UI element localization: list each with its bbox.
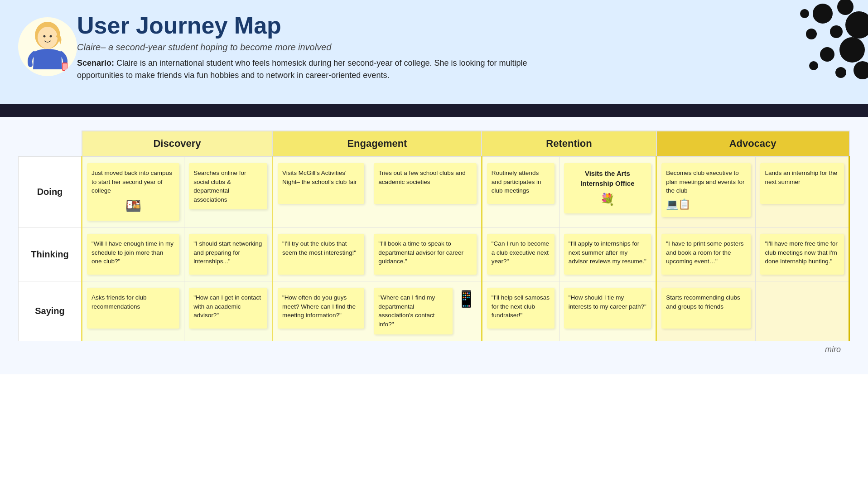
sticky-note: "How should I tie my interests to my car… <box>564 288 651 329</box>
scenario-label: Scenario: <box>77 58 114 68</box>
doing-engagement-2: Tries out a few school clubs and academi… <box>369 156 482 227</box>
journey-table: Discovery Engagement Retention Advocacy … <box>18 131 850 341</box>
doing-retention-2: Visits the Arts Internship Office 💐 <box>559 156 656 227</box>
thinking-engagement-2: "I'll book a time to speak to department… <box>369 227 482 281</box>
laptop-icon: 💻📋 <box>666 197 746 212</box>
dark-bar <box>0 104 868 117</box>
thinking-label: Thinking <box>19 227 82 281</box>
svg-point-3 <box>830 25 843 38</box>
thinking-engagement-1: "I'll try out the clubs that seem the mo… <box>273 227 369 281</box>
saying-retention-1: "I'll help sell samosas for the next clu… <box>482 281 559 341</box>
saying-discovery-2: "How can I get in contact with an academ… <box>184 281 273 341</box>
header-scenario: Scenario: Claire is an international stu… <box>77 57 575 82</box>
svg-point-8 <box>835 67 846 78</box>
saying-advocacy-1: Starts recommending clubs and groups to … <box>656 281 756 341</box>
sticky-note: "I have to print some posters and book a… <box>661 234 751 275</box>
sticky-note: "I'll have more free time for club meeti… <box>760 234 844 275</box>
sticky-note: Routinely attends and participates in cl… <box>487 163 555 204</box>
scenario-text: Claire is an international student who f… <box>77 58 527 80</box>
doing-label: Doing <box>19 156 82 227</box>
thinking-retention-2: "I'll apply to internships for next summ… <box>559 227 656 281</box>
sticky-note: Tries out a few school clubs and academi… <box>374 163 476 204</box>
doing-retention-1: Routinely attends and participates in cl… <box>482 156 559 227</box>
header-text: User Journey Map Claire– a second-year s… <box>77 13 850 82</box>
svg-point-14 <box>50 35 52 38</box>
sticky-note: Searches online for social clubs & depar… <box>189 163 267 209</box>
page-title: User Journey Map <box>77 13 850 39</box>
flower-icon: 💐 <box>569 191 647 208</box>
svg-point-12 <box>38 27 58 48</box>
doing-row: Doing Just moved back into campus to sta… <box>19 156 849 227</box>
doing-advocacy-2: Lands an internship for the next summer <box>756 156 849 227</box>
saying-retention-2: "How should I tie my interests to my car… <box>559 281 656 341</box>
svg-point-4 <box>806 29 817 39</box>
sticky-note: "I'll try out the clubs that seem the mo… <box>278 234 364 275</box>
miro-watermark: miro <box>18 341 850 356</box>
thinking-advocacy-1: "I have to print some posters and book a… <box>656 227 756 281</box>
svg-point-1 <box>837 0 854 15</box>
phase-engagement-header: Engagement <box>273 131 482 156</box>
phone-map-icon: 📱 <box>456 288 477 309</box>
svg-point-0 <box>813 4 833 24</box>
sticky-note: Visits the Arts Internship Office 💐 <box>564 163 651 213</box>
svg-point-5 <box>839 37 865 63</box>
header-subtitle: Claire– a second-year student hoping to … <box>77 42 850 53</box>
sticky-note: "How can I get in contact with an academ… <box>189 288 267 329</box>
phase-discovery-header: Discovery <box>82 131 273 156</box>
sticky-note: "Will I have enough time in my schedule … <box>87 234 179 275</box>
main-content: Discovery Engagement Retention Advocacy … <box>0 117 868 374</box>
sticky-note: Lands an internship for the next summer <box>760 163 844 204</box>
phase-header-empty <box>19 131 82 156</box>
phase-header-row: Discovery Engagement Retention Advocacy <box>19 131 849 156</box>
phase-retention-header: Retention <box>482 131 656 156</box>
sticky-note: Becomes club executive to plan meetings … <box>661 163 751 217</box>
sticky-note: "I'll book a time to speak to department… <box>374 234 476 275</box>
food-icon: 🍱 <box>92 197 175 216</box>
thinking-discovery-1: "Will I have enough time in my schedule … <box>82 227 184 281</box>
saying-label: Saying <box>19 281 82 341</box>
sticky-note: Visits McGill's Activities' Night– the s… <box>278 163 364 204</box>
thinking-row: Thinking "Will I have enough time in my … <box>19 227 849 281</box>
doing-discovery-1: Just moved back into campus to start her… <box>82 156 184 227</box>
doing-discovery-2: Searches online for social clubs & depar… <box>184 156 273 227</box>
sticky-note: "How often do you guys meet? Where can I… <box>278 288 364 329</box>
sticky-note: "I should start networking and preparing… <box>189 234 267 275</box>
sticky-note: Starts recommending clubs and groups to … <box>661 288 751 329</box>
phase-advocacy-header: Advocacy <box>656 131 849 156</box>
header: User Journey Map Claire– a second-year s… <box>0 0 868 104</box>
saying-engagement-2: "Where can I find my departmental associ… <box>369 281 482 341</box>
sticky-note: Just moved back into campus to start her… <box>87 163 179 221</box>
sticky-note: "Can I run to become a club executive ne… <box>487 234 555 275</box>
sticky-note: "I'll apply to internships for next summ… <box>564 234 651 275</box>
svg-point-10 <box>800 9 809 18</box>
svg-point-7 <box>854 61 868 79</box>
saying-engagement-1: "How often do you guys meet? Where can I… <box>273 281 369 341</box>
saying-discovery-1: Asks friends for club recommendations <box>82 281 184 341</box>
sticky-note: "Where can I find my departmental associ… <box>374 288 452 334</box>
saying-row: Saying Asks friends for club recommendat… <box>19 281 849 341</box>
sticky-note: Asks friends for club recommendations <box>87 288 179 329</box>
doing-engagement-1: Visits McGill's Activities' Night– the s… <box>273 156 369 227</box>
svg-point-9 <box>809 61 818 70</box>
thinking-retention-1: "Can I run to become a club executive ne… <box>482 227 559 281</box>
saying-advocacy-2 <box>756 281 849 341</box>
svg-point-13 <box>43 35 46 38</box>
thinking-discovery-2: "I should start networking and preparing… <box>184 227 273 281</box>
svg-rect-17 <box>63 63 67 70</box>
svg-point-2 <box>845 11 868 39</box>
sticky-note: "I'll help sell samosas for the next clu… <box>487 288 555 329</box>
doing-advocacy-1: Becomes club executive to plan meetings … <box>656 156 756 227</box>
svg-point-6 <box>820 47 834 62</box>
decorative-dots <box>741 0 868 91</box>
thinking-advocacy-2: "I'll have more free time for club meeti… <box>756 227 849 281</box>
avatar <box>18 17 77 76</box>
